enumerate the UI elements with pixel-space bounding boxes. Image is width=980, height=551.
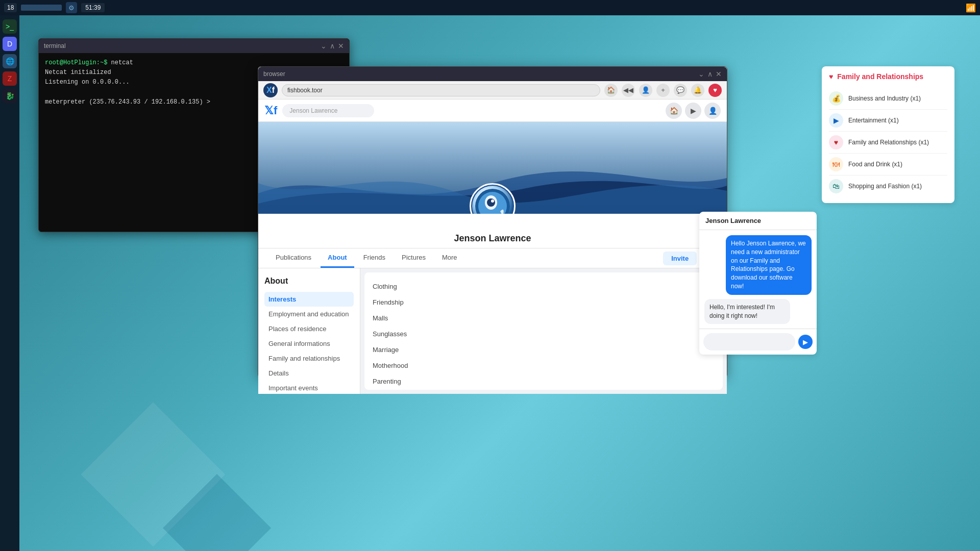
rp-label-entertainment: Entertainment (x1) [848,117,899,124]
about-nav-family[interactable]: Family and relationships [264,351,354,366]
fb-nav-home[interactable]: 🏠 [666,103,682,119]
about-title: About [264,277,354,286]
browser-heart-icon[interactable]: ♥ [708,84,722,97]
browser-profile-icon[interactable]: 👤 [639,84,652,97]
terminal-title: terminal [44,42,66,49]
terminal-controls: ⌄ ∧ ✕ [321,42,344,50]
chat-send-button[interactable]: ▶ [798,335,813,349]
browser-home-icon[interactable]: 🏠 [604,84,618,97]
browser-nav-icons: 🏠 ◀◀ 👤 + 💬 🔔 ♥ [604,84,722,97]
browser-close-icon[interactable]: ✕ [716,70,722,78]
food-icon: 🍽 [829,157,843,171]
profile-cover [258,122,727,214]
browser-logo: Xf [263,83,278,97]
interest-dating[interactable]: Dating [373,391,715,394]
fb-nav-people[interactable]: 👤 [704,103,721,119]
rp-item-food[interactable]: 🍽 Food and Drink (x1) [829,154,947,176]
about-nav-general[interactable]: General informations [264,336,354,351]
fb-search-text: Jenson Lawrence [289,107,337,114]
interest-motherhood[interactable]: Motherhood [373,360,715,371]
rp-item-entertainment[interactable]: ▶ Entertainment (x1) [829,110,947,132]
browser-chat-icon[interactable]: 💬 [674,84,687,97]
profile-name-section: Jenson Lawrence [258,214,727,248]
interest-clothing[interactable]: Clothing [373,281,715,292]
right-interests-panel: ♥ Family and Relationships 💰 Business an… [822,66,954,203]
entertainment-icon: ▶ [829,113,843,128]
about-nav-details[interactable]: Details [264,366,354,381]
rp-label-family: Family and Relationships (x1) [848,139,929,146]
terminal-titlebar: terminal ⌄ ∧ ✕ [39,39,349,53]
about-nav-employment[interactable]: Employment and education [264,307,354,321]
sidebar-globe-icon[interactable]: 🌐 [3,54,17,68]
right-panel-title-text: Family and Relationships [837,72,923,81]
sidebar-red-icon[interactable]: Z [3,71,17,86]
interest-marriage[interactable]: Marriage [373,344,715,356]
browser-plus-icon[interactable]: + [656,84,670,97]
terminal-minimize-icon[interactable]: ⌄ [321,42,327,50]
browser-window: browser ⌄ ∧ ✕ Xf fishbook.toor 🏠 ◀◀ 👤 + … [258,66,727,378]
profile-tabs: Publications About Friends Pictures More… [258,248,727,268]
tab-more[interactable]: More [435,248,464,268]
rp-item-shopping[interactable]: 🛍 Shopping and Fashion (x1) [829,176,947,197]
taskbar: 18 ⚙ 51:39 📶 [0,0,980,15]
fb-header: 𝕏f Jenson Lawrence 🏠 ▶ 👤 [258,99,727,122]
taskbar-time: 51:39 [81,3,105,12]
wifi-icon: 📶 [966,3,976,13]
svg-point-4 [491,199,494,203]
shopping-icon: 🛍 [829,179,843,193]
fb-nav-video[interactable]: ▶ [685,103,701,119]
interest-malls[interactable]: Malls [373,312,715,324]
browser-title-label: browser [263,70,285,78]
chat-message-sent: Hello Jenson Lawrence, we need a new adm… [726,235,812,295]
interest-sunglasses[interactable]: Sunglasses [373,328,715,340]
about-nav-events[interactable]: Important events [264,381,354,394]
chat-header: Jenson Lawrence [699,212,817,230]
about-nav-interests[interactable]: Interests [264,292,354,307]
avatar-fish-icon [475,188,510,214]
tab-pictures[interactable]: Pictures [395,248,433,268]
browser-url-text: fishbook.toor [287,87,323,94]
chat-input-field[interactable] [703,333,795,350]
tab-about[interactable]: About [321,248,354,268]
taskbar-app-icon[interactable]: ⚙ [66,2,77,13]
svg-point-3 [487,198,495,207]
terminal-close-icon[interactable]: ✕ [338,42,344,50]
browser-titlebar: browser ⌄ ∧ ✕ [258,67,727,81]
sidebar-discord-icon[interactable]: D [3,37,17,51]
browser-maximize-icon[interactable]: ∧ [707,70,713,78]
family-icon: ♥ [829,135,843,149]
about-nav-places[interactable]: Places of residence [264,321,354,336]
fb-search-bar[interactable]: Jenson Lawrence [282,104,374,117]
about-sidebar: About Interests Employment and education… [258,268,360,394]
interest-friendship[interactable]: Friendship [373,296,715,308]
taskbar-progress-bar [21,5,62,11]
tab-publications[interactable]: Publications [268,248,318,268]
rp-item-family[interactable]: ♥ Family and Relationships (x1) [829,132,947,154]
left-sidebar: >_ D 🌐 Z 🐉 [0,15,19,551]
chat-messages: Hello Jenson Lawrence, we need a new adm… [699,230,817,329]
invite-button[interactable]: Invite [663,252,697,265]
rp-label-food: Food and Drink (x1) [848,161,902,168]
interest-parenting[interactable]: Parenting [373,375,715,387]
fb-logo: 𝕏f [264,104,277,117]
about-content-list: Clothing Friendship Malls Sunglasses Mar… [373,281,715,394]
browser-toolbar: Xf fishbook.toor 🏠 ◀◀ 👤 + 💬 🔔 ♥ [258,81,727,99]
browser-url-bar[interactable]: fishbook.toor [282,84,600,96]
tab-friends[interactable]: Friends [356,248,393,268]
chat-input-area: ▶ [699,329,817,355]
terminal-maximize-icon[interactable]: ∧ [330,42,335,50]
browser-bell-icon[interactable]: 🔔 [691,84,704,97]
chat-message-received: Hello, I'm interested! I'm doing it righ… [704,299,790,324]
browser-back-icon[interactable]: ◀◀ [622,84,635,97]
browser-minimize-icon[interactable]: ⌄ [698,70,704,78]
taskbar-number: 18 [4,3,17,12]
browser-controls: ⌄ ∧ ✕ [698,70,722,78]
sidebar-terminal-icon[interactable]: >_ [3,19,17,34]
rp-label-business: Business and Industry (x1) [848,95,921,102]
about-content: Clothing Friendship Malls Sunglasses Mar… [364,272,723,390]
right-panel-title: ♥ Family and Relationships [829,72,947,81]
rp-label-shopping: Shopping and Fashion (x1) [848,183,922,190]
rp-item-business[interactable]: 💰 Business and Industry (x1) [829,88,947,110]
profile-avatar-image [472,186,513,214]
sidebar-kali-icon[interactable]: 🐉 [3,89,17,103]
